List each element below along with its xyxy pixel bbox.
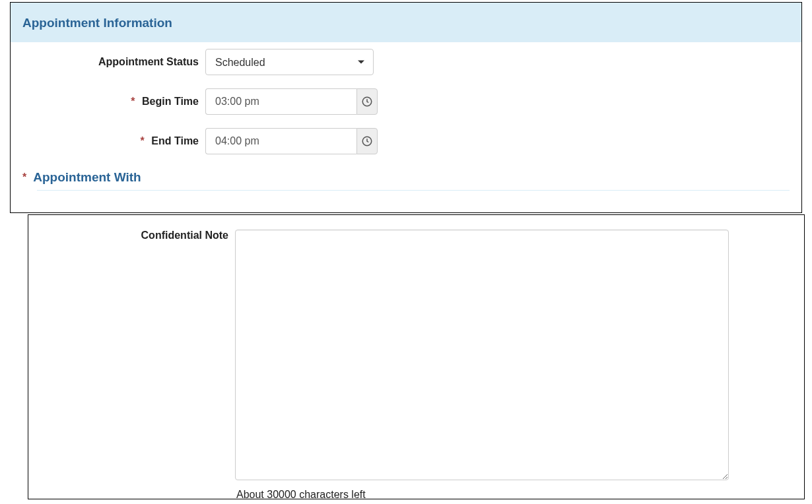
confidential-note-label: Confidential Note: [28, 230, 235, 241]
appointment-status-row: Appointment Status Scheduled: [11, 42, 801, 82]
clock-icon: [361, 135, 373, 147]
begin-time-picker-button[interactable]: [356, 88, 378, 115]
appointment-with-heading-row: * Appointment With: [11, 161, 801, 189]
required-mark: *: [141, 135, 145, 146]
end-time-label-col: * End Time: [11, 135, 205, 147]
end-time-input[interactable]: [205, 128, 356, 154]
begin-time-label-col: * Begin Time: [11, 96, 205, 108]
appointment-with-divider: [37, 190, 790, 191]
begin-time-row: * Begin Time: [11, 82, 801, 121]
end-time-picker-button[interactable]: [356, 128, 378, 154]
character-counter: About 30000 characters left: [28, 489, 804, 501]
required-mark: *: [131, 96, 135, 107]
appointment-status-label: Appointment Status: [11, 56, 205, 68]
appointment-info-panel: Appointment Information Appointment Stat…: [10, 2, 802, 213]
begin-time-group: [205, 88, 374, 115]
appointment-info-title: Appointment Information: [22, 16, 790, 30]
confidential-note-row: Confidential Note: [28, 223, 804, 487]
required-mark: *: [22, 172, 26, 183]
clock-icon: [361, 96, 373, 108]
appointment-info-header: Appointment Information: [11, 3, 801, 42]
end-time-row: * End Time: [11, 121, 801, 161]
end-time-label: End Time: [151, 135, 199, 146]
appointment-with-heading: Appointment With: [33, 170, 141, 185]
begin-time-input[interactable]: [205, 88, 356, 115]
appointment-status-select[interactable]: Scheduled: [205, 49, 374, 75]
begin-time-label: Begin Time: [142, 96, 199, 107]
appointment-status-select-wrap: Scheduled: [205, 49, 374, 75]
confidential-note-panel: Confidential Note About 30000 characters…: [28, 214, 805, 499]
end-time-group: [205, 128, 374, 154]
confidential-note-textarea[interactable]: [235, 230, 729, 480]
